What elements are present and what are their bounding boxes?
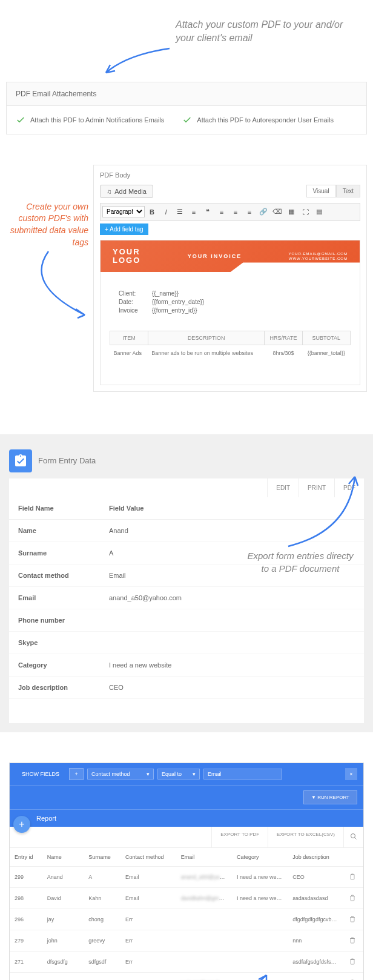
cell-email	[176, 930, 232, 951]
report-column-header[interactable]: Job description	[288, 848, 343, 867]
check-icon	[182, 115, 192, 125]
cell-surname: Kahn	[84, 887, 120, 909]
cell-contact: Err	[120, 951, 176, 972]
cell-job: Designer	[288, 972, 343, 980]
annotation-export: Export form entries directy to a PDF doc…	[246, 549, 355, 575]
invoice-table: ITEM DESCRIPTION HRS/RATE SUBTOTAL Banne…	[110, 331, 351, 361]
invoice-meta: Client:{{_name}} Date:{{form_entry_date}…	[101, 272, 360, 325]
entry-row: Phone number	[9, 609, 364, 631]
entry-title: Form Entry Data	[38, 456, 96, 465]
svg-point-0	[351, 833, 355, 838]
delete-row-button[interactable]	[344, 930, 363, 951]
tab-visual[interactable]: Visual	[306, 185, 336, 197]
cell-email	[176, 951, 232, 972]
export-excel-button[interactable]: EXPORT TO EXCEL(CSV)	[268, 827, 343, 847]
option-autoresponder-emails[interactable]: Attach this PDF to Autoresponder User Em…	[182, 115, 334, 125]
editor-panel: PDF Body ♫ Add Media Visual Text Paragra…	[93, 165, 367, 392]
format-select[interactable]: Paragraph	[102, 206, 145, 217]
delete-row-button[interactable]	[344, 972, 363, 980]
add-field-button[interactable]: +	[69, 768, 84, 780]
cell-surname: sdfgsdf	[84, 951, 120, 972]
filter-value-input[interactable]: Email	[203, 769, 282, 780]
unlink-button[interactable]: ⌫	[271, 205, 284, 219]
trash-icon	[349, 873, 356, 880]
cell-surname: jerupi	[84, 972, 120, 980]
quote-button[interactable]: ❝	[201, 205, 214, 219]
toggle-button[interactable]: ▤	[312, 205, 326, 219]
add-media-button[interactable]: ♫ Add Media	[100, 185, 153, 198]
cell-contact: Email	[120, 972, 176, 980]
cell-contact: Email	[120, 866, 176, 887]
report-column-header[interactable]: Name	[42, 848, 84, 867]
cell-email	[176, 909, 232, 930]
fullscreen-button[interactable]: ⛶	[299, 205, 312, 219]
cell-id: 296	[10, 909, 42, 930]
align-center-button[interactable]: ≡	[229, 205, 242, 219]
field-value: CEO	[100, 676, 364, 698]
arrow-icon	[97, 45, 266, 79]
arrow-icon	[6, 248, 88, 321]
arrow-icon	[264, 471, 361, 549]
filter-field-select[interactable]: Contact method▾	[87, 769, 154, 780]
cell-name: David	[42, 887, 84, 909]
report-section: SHOW FIELDS + Contact method▾ Equal to▾ …	[0, 744, 373, 980]
panel-title: PDF Email Attachements	[7, 82, 366, 106]
option-admin-emails[interactable]: Attach this PDF to Admin Notifications E…	[16, 115, 164, 125]
bold-button[interactable]: B	[145, 205, 159, 219]
bullet-list-button[interactable]: ☰	[173, 205, 187, 219]
cell-surname: chong	[84, 909, 120, 930]
field-name: Surname	[9, 541, 100, 564]
align-right-button[interactable]: ≡	[243, 205, 256, 219]
cell-category: I need a new websi...	[232, 866, 288, 887]
cell-category	[232, 951, 288, 972]
more-button[interactable]: ▦	[285, 205, 298, 219]
field-name: Contact method	[9, 564, 100, 586]
trash-icon	[349, 958, 356, 965]
check-icon	[16, 115, 25, 125]
report-row: 298DavidKahnEmaildavidkahn@gmail...I nee…	[10, 887, 363, 909]
report-column-header[interactable]: Contact method	[120, 848, 176, 867]
cell-surname: greevy	[84, 930, 120, 951]
export-pdf-button[interactable]: EXPORT TO PDF	[211, 827, 268, 847]
cell-surname: A	[84, 866, 120, 887]
tab-text[interactable]: Text	[336, 185, 360, 197]
cell-id: 299	[10, 866, 42, 887]
remove-filter-button[interactable]: ×	[345, 768, 357, 780]
cell-id: 260	[10, 972, 42, 980]
report-column-header[interactable]	[344, 848, 363, 867]
chevron-down-icon: ▾	[147, 771, 150, 777]
report-column-header[interactable]: Surname	[84, 848, 120, 867]
align-left-button[interactable]: ≡	[215, 205, 228, 219]
add-field-tag-button[interactable]: + Add field tag	[100, 223, 148, 235]
cell-job: asdasdasdasd	[288, 887, 343, 909]
italic-button[interactable]: I	[159, 205, 173, 219]
report-row: 299AnandAEmailanand_a50@yahoo...I need a…	[10, 866, 363, 887]
cell-email: anand_a50@yahoo...	[176, 866, 232, 887]
report-column-header[interactable]: Entry id	[10, 848, 42, 867]
report-row: 296jaychongErrdfgdfgdfgdfgcvbcvb...	[10, 909, 363, 930]
filter-operator-select[interactable]: Equal to▾	[157, 769, 200, 780]
delete-row-button[interactable]	[344, 887, 363, 909]
add-report-button[interactable]: +	[13, 816, 30, 833]
report-column-header[interactable]: Email	[176, 848, 232, 867]
cell-id: 271	[10, 951, 42, 972]
search-button[interactable]	[343, 827, 363, 847]
delete-row-button[interactable]	[344, 909, 363, 930]
field-value: anand_a50@yahoo.com	[100, 586, 364, 609]
number-list-button[interactable]: ≡	[187, 205, 200, 219]
invoice-contact: YOUR.EMAIL@GMAIL.COM WWW.YOURWEBSITE.COM	[289, 251, 348, 262]
delete-row-button[interactable]	[344, 866, 363, 887]
cell-id: 279	[10, 930, 42, 951]
link-button[interactable]: 🔗	[257, 205, 270, 219]
field-name: Email	[9, 586, 100, 609]
entry-row: Job descriptionCEO	[9, 676, 364, 698]
field-name: Phone number	[9, 609, 100, 631]
report-row: 260jangkarjerupiEmailrydwant@gmail.comI …	[10, 972, 363, 980]
cell-name: jangkar	[42, 972, 84, 980]
cell-contact: Email	[120, 887, 176, 909]
report-column-header[interactable]: Category	[232, 848, 288, 867]
run-report-button[interactable]: ▼ RUN REPORT	[303, 790, 357, 804]
add-media-label: Add Media	[114, 188, 147, 195]
delete-row-button[interactable]	[344, 951, 363, 972]
trash-icon	[349, 915, 356, 922]
